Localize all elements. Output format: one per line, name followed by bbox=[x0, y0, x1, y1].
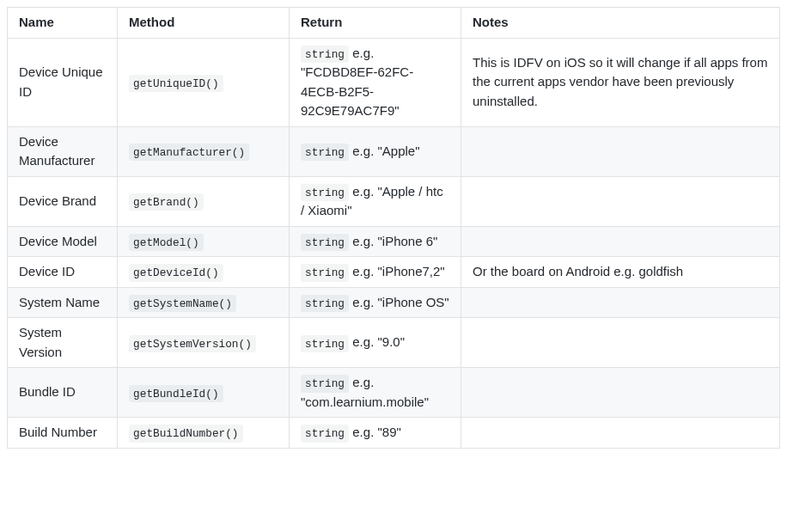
cell-method: getDeviceId() bbox=[118, 257, 290, 288]
cell-notes bbox=[461, 418, 780, 449]
cell-method: getUniqueID() bbox=[118, 38, 290, 126]
return-example: "FCDBD8EF-62FC-4ECB-B2F5-92C9E79AC7F9" bbox=[301, 64, 413, 118]
return-type-code: string bbox=[301, 295, 349, 312]
method-code: getUniqueID() bbox=[129, 75, 223, 92]
method-code: getModel() bbox=[129, 234, 204, 251]
return-type-code: string bbox=[301, 234, 349, 251]
method-code: getBuildNumber() bbox=[129, 425, 243, 442]
method-code: getSystemName() bbox=[129, 295, 236, 312]
table-row: System Name getSystemName() string e.g. … bbox=[8, 287, 780, 318]
cell-name: Device Manufacturer bbox=[8, 126, 118, 176]
cell-method: getSystemName() bbox=[118, 287, 290, 318]
cell-name: Device ID bbox=[8, 257, 118, 288]
cell-notes bbox=[461, 176, 780, 226]
cell-notes bbox=[461, 226, 780, 257]
cell-notes bbox=[461, 318, 780, 368]
return-type-code: string bbox=[301, 425, 349, 442]
cell-method: getBuildNumber() bbox=[118, 418, 290, 449]
cell-name: Device Model bbox=[8, 226, 118, 257]
eg-label: e.g. bbox=[349, 184, 377, 199]
table-row: Device Model getModel() string e.g. "iPh… bbox=[8, 226, 780, 257]
header-notes: Notes bbox=[461, 8, 780, 39]
header-method: Method bbox=[118, 8, 290, 39]
cell-name: System Version bbox=[8, 318, 118, 368]
method-code: getBrand() bbox=[129, 193, 204, 211]
eg-label: e.g. bbox=[349, 46, 374, 60]
cell-notes bbox=[461, 126, 780, 176]
cell-name: Build Number bbox=[8, 418, 118, 449]
cell-notes: This is IDFV on iOS so it will change if… bbox=[461, 38, 780, 126]
eg-label: e.g. bbox=[349, 234, 377, 248]
eg-label: e.g. bbox=[349, 375, 374, 389]
cell-name: Device Unique ID bbox=[8, 38, 118, 126]
table-row: Device ID getDeviceId() string e.g. "iPh… bbox=[8, 257, 780, 288]
return-example: "89" bbox=[377, 425, 400, 439]
cell-notes bbox=[461, 368, 780, 418]
return-example: "com.learnium.mobile" bbox=[301, 394, 429, 409]
eg-label: e.g. bbox=[349, 425, 377, 439]
cell-method: getSystemVersion() bbox=[118, 318, 290, 368]
api-methods-table: Name Method Return Notes Device Unique I… bbox=[7, 7, 780, 449]
method-code: getManufacturer() bbox=[129, 144, 249, 161]
cell-return: string e.g. "iPhone 6" bbox=[290, 226, 461, 257]
eg-label: e.g. bbox=[349, 144, 377, 158]
header-return: Return bbox=[290, 8, 461, 39]
table-row: Bundle ID getBundleId() string e.g. "com… bbox=[8, 368, 780, 418]
eg-label: e.g. bbox=[349, 295, 377, 309]
return-example: "iPhone OS" bbox=[377, 295, 448, 309]
table-row: Device Unique ID getUniqueID() string e.… bbox=[8, 38, 780, 126]
table-row: Device Brand getBrand() string e.g. "App… bbox=[8, 176, 780, 226]
cell-return: string e.g. "iPhone OS" bbox=[290, 287, 461, 318]
return-type-code: string bbox=[301, 46, 349, 63]
cell-return: string e.g. "9.0" bbox=[290, 318, 461, 368]
return-type-code: string bbox=[301, 264, 349, 281]
cell-method: getBrand() bbox=[118, 176, 290, 226]
header-name: Name bbox=[8, 8, 118, 39]
cell-return: string e.g. "com.learnium.mobile" bbox=[290, 368, 461, 418]
eg-label: e.g. bbox=[349, 264, 377, 278]
eg-label: e.g. bbox=[349, 334, 377, 349]
return-example: "iPhone7,2" bbox=[377, 264, 444, 278]
cell-return: string e.g. "FCDBD8EF-62FC-4ECB-B2F5-92C… bbox=[290, 38, 461, 126]
cell-return: string e.g. "iPhone7,2" bbox=[290, 257, 461, 288]
return-example: "iPhone 6" bbox=[377, 234, 437, 248]
cell-method: getModel() bbox=[118, 226, 290, 257]
method-code: getBundleId() bbox=[129, 385, 223, 402]
table-row: Device Manufacturer getManufacturer() st… bbox=[8, 126, 780, 176]
cell-return: string e.g. "Apple / htc / Xiaomi" bbox=[290, 176, 461, 226]
cell-return: string e.g. "89" bbox=[290, 418, 461, 449]
cell-method: getBundleId() bbox=[118, 368, 290, 418]
return-type-code: string bbox=[301, 375, 349, 392]
cell-name: System Name bbox=[8, 287, 118, 318]
return-type-code: string bbox=[301, 335, 349, 352]
cell-name: Device Brand bbox=[8, 176, 118, 226]
return-example: "9.0" bbox=[377, 334, 405, 349]
table-row: Build Number getBuildNumber() string e.g… bbox=[8, 418, 780, 449]
table-header-row: Name Method Return Notes bbox=[8, 8, 780, 39]
table-row: System Version getSystemVersion() string… bbox=[8, 318, 780, 368]
return-example: "Apple" bbox=[377, 144, 419, 158]
method-code: getSystemVersion() bbox=[129, 335, 256, 352]
return-type-code: string bbox=[301, 144, 349, 161]
cell-notes bbox=[461, 287, 780, 318]
cell-return: string e.g. "Apple" bbox=[290, 126, 461, 176]
cell-notes: Or the board on Android e.g. goldfish bbox=[461, 257, 780, 288]
return-type-code: string bbox=[301, 184, 349, 201]
cell-method: getManufacturer() bbox=[118, 126, 290, 176]
cell-name: Bundle ID bbox=[8, 368, 118, 418]
method-code: getDeviceId() bbox=[129, 264, 223, 281]
